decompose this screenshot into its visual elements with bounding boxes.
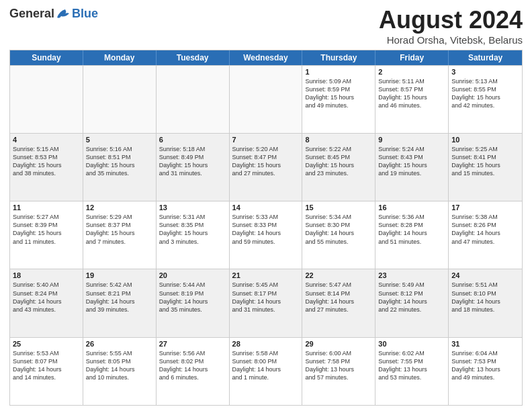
table-row: 24Sunrise: 5:51 AM Sunset: 8:10 PM Dayli…: [449, 269, 522, 336]
logo-blue-text: Blue: [72, 7, 98, 21]
day-number: 23: [378, 271, 445, 279]
table-row: 9Sunrise: 5:24 AM Sunset: 8:43 PM Daylig…: [375, 134, 449, 201]
day-number: 10: [451, 136, 519, 144]
page: General Blue August 2024 Horad Orsha, Vi…: [0, 0, 532, 411]
table-row: 28Sunrise: 5:58 AM Sunset: 8:00 PM Dayli…: [230, 338, 303, 405]
day-detail: Sunrise: 5:40 AM Sunset: 8:24 PM Dayligh…: [13, 281, 80, 314]
day-number: 1: [305, 68, 372, 76]
table-row: [230, 66, 303, 133]
table-row: 12Sunrise: 5:29 AM Sunset: 8:37 PM Dayli…: [83, 201, 157, 269]
logo: General Blue: [9, 7, 98, 21]
calendar-body: 1Sunrise: 5:09 AM Sunset: 8:59 PM Daylig…: [10, 65, 522, 405]
day-detail: Sunrise: 5:34 AM Sunset: 8:30 PM Dayligh…: [305, 213, 372, 246]
day-detail: Sunrise: 5:58 AM Sunset: 8:00 PM Dayligh…: [232, 349, 300, 382]
table-row: 5Sunrise: 5:16 AM Sunset: 8:51 PM Daylig…: [83, 134, 157, 201]
week-row-5: 25Sunrise: 5:53 AM Sunset: 8:07 PM Dayli…: [10, 337, 522, 405]
day-number: 18: [13, 271, 80, 279]
day-detail: Sunrise: 5:42 AM Sunset: 8:21 PM Dayligh…: [86, 281, 153, 314]
day-number: 3: [451, 68, 519, 76]
table-row: 3Sunrise: 5:13 AM Sunset: 8:55 PM Daylig…: [449, 66, 522, 133]
header: General Blue August 2024 Horad Orsha, Vi…: [9, 7, 523, 46]
header-sunday: Sunday: [10, 50, 83, 65]
day-detail: Sunrise: 6:04 AM Sunset: 7:53 PM Dayligh…: [451, 349, 519, 382]
header-monday: Monday: [83, 50, 157, 65]
day-detail: Sunrise: 6:02 AM Sunset: 7:55 PM Dayligh…: [378, 349, 445, 382]
title-location: Horad Orsha, Vitebsk, Belarus: [379, 34, 523, 46]
day-number: 28: [232, 340, 300, 348]
week-row-2: 4Sunrise: 5:15 AM Sunset: 8:53 PM Daylig…: [10, 133, 522, 201]
table-row: 6Sunrise: 5:18 AM Sunset: 8:49 PM Daylig…: [157, 134, 230, 201]
day-number: 21: [232, 271, 300, 279]
table-row: 19Sunrise: 5:42 AM Sunset: 8:21 PM Dayli…: [83, 269, 157, 336]
table-row: 21Sunrise: 5:45 AM Sunset: 8:17 PM Dayli…: [230, 269, 303, 336]
day-detail: Sunrise: 5:29 AM Sunset: 8:37 PM Dayligh…: [86, 213, 153, 246]
day-detail: Sunrise: 5:31 AM Sunset: 8:35 PM Dayligh…: [159, 213, 226, 246]
table-row: 11Sunrise: 5:27 AM Sunset: 8:39 PM Dayli…: [10, 201, 83, 269]
day-number: 27: [159, 340, 226, 348]
day-number: 9: [378, 136, 445, 144]
title-month: August 2024: [379, 7, 523, 34]
day-detail: Sunrise: 5:44 AM Sunset: 8:19 PM Dayligh…: [159, 281, 226, 314]
day-number: 22: [305, 271, 372, 279]
day-number: 12: [86, 203, 153, 212]
day-number: 2: [378, 68, 445, 76]
table-row: 26Sunrise: 5:55 AM Sunset: 8:05 PM Dayli…: [83, 338, 157, 405]
day-detail: Sunrise: 5:36 AM Sunset: 8:28 PM Dayligh…: [378, 213, 445, 246]
week-row-4: 18Sunrise: 5:40 AM Sunset: 8:24 PM Dayli…: [10, 269, 522, 336]
table-row: 25Sunrise: 5:53 AM Sunset: 8:07 PM Dayli…: [10, 338, 83, 405]
table-row: 22Sunrise: 5:47 AM Sunset: 8:14 PM Dayli…: [302, 269, 375, 336]
day-detail: Sunrise: 5:09 AM Sunset: 8:59 PM Dayligh…: [305, 77, 372, 110]
header-tuesday: Tuesday: [157, 50, 230, 65]
day-detail: Sunrise: 6:00 AM Sunset: 7:58 PM Dayligh…: [305, 349, 372, 382]
header-thursday: Thursday: [302, 50, 375, 65]
table-row: 10Sunrise: 5:25 AM Sunset: 8:41 PM Dayli…: [449, 134, 522, 201]
day-detail: Sunrise: 5:53 AM Sunset: 8:07 PM Dayligh…: [13, 349, 80, 382]
day-number: 30: [378, 340, 445, 348]
day-number: 24: [451, 271, 519, 279]
table-row: 16Sunrise: 5:36 AM Sunset: 8:28 PM Dayli…: [375, 201, 449, 269]
day-detail: Sunrise: 5:56 AM Sunset: 8:02 PM Dayligh…: [159, 349, 226, 382]
table-row: [10, 66, 83, 133]
day-number: 16: [378, 203, 445, 212]
day-detail: Sunrise: 5:55 AM Sunset: 8:05 PM Dayligh…: [86, 349, 153, 382]
day-detail: Sunrise: 5:13 AM Sunset: 8:55 PM Dayligh…: [451, 77, 519, 110]
day-detail: Sunrise: 5:22 AM Sunset: 8:45 PM Dayligh…: [305, 145, 372, 178]
week-row-1: 1Sunrise: 5:09 AM Sunset: 8:59 PM Daylig…: [10, 65, 522, 133]
day-number: 6: [159, 136, 226, 144]
day-detail: Sunrise: 5:51 AM Sunset: 8:10 PM Dayligh…: [451, 281, 519, 314]
day-number: 7: [232, 136, 300, 144]
day-number: 14: [232, 203, 300, 212]
table-row: 29Sunrise: 6:00 AM Sunset: 7:58 PM Dayli…: [302, 338, 375, 405]
day-detail: Sunrise: 5:25 AM Sunset: 8:41 PM Dayligh…: [451, 145, 519, 178]
day-detail: Sunrise: 5:20 AM Sunset: 8:47 PM Dayligh…: [232, 145, 300, 178]
day-number: 25: [13, 340, 80, 348]
table-row: 20Sunrise: 5:44 AM Sunset: 8:19 PM Dayli…: [157, 269, 230, 336]
calendar-header: Sunday Monday Tuesday Wednesday Thursday…: [10, 50, 522, 65]
logo-general-text: General: [9, 7, 54, 21]
table-row: 7Sunrise: 5:20 AM Sunset: 8:47 PM Daylig…: [230, 134, 303, 201]
calendar: Sunday Monday Tuesday Wednesday Thursday…: [9, 50, 523, 406]
day-detail: Sunrise: 5:38 AM Sunset: 8:26 PM Dayligh…: [451, 213, 519, 246]
table-row: 1Sunrise: 5:09 AM Sunset: 8:59 PM Daylig…: [302, 66, 375, 133]
table-row: 30Sunrise: 6:02 AM Sunset: 7:55 PM Dayli…: [375, 338, 449, 405]
day-number: 20: [159, 271, 226, 279]
day-number: 13: [159, 203, 226, 212]
table-row: [157, 66, 230, 133]
table-row: 18Sunrise: 5:40 AM Sunset: 8:24 PM Dayli…: [10, 269, 83, 336]
table-row: 15Sunrise: 5:34 AM Sunset: 8:30 PM Dayli…: [302, 201, 375, 269]
day-number: 5: [86, 136, 153, 144]
header-saturday: Saturday: [449, 50, 522, 65]
logo-bird-icon: [56, 8, 71, 20]
table-row: 31Sunrise: 6:04 AM Sunset: 7:53 PM Dayli…: [449, 338, 522, 405]
day-detail: Sunrise: 5:16 AM Sunset: 8:51 PM Dayligh…: [86, 145, 153, 178]
table-row: 27Sunrise: 5:56 AM Sunset: 8:02 PM Dayli…: [157, 338, 230, 405]
day-number: 17: [451, 203, 519, 212]
day-number: 4: [13, 136, 80, 144]
header-friday: Friday: [375, 50, 449, 65]
table-row: 4Sunrise: 5:15 AM Sunset: 8:53 PM Daylig…: [10, 134, 83, 201]
day-detail: Sunrise: 5:45 AM Sunset: 8:17 PM Dayligh…: [232, 281, 300, 314]
day-detail: Sunrise: 5:18 AM Sunset: 8:49 PM Dayligh…: [159, 145, 226, 178]
day-detail: Sunrise: 5:47 AM Sunset: 8:14 PM Dayligh…: [305, 281, 372, 314]
day-detail: Sunrise: 5:15 AM Sunset: 8:53 PM Dayligh…: [13, 145, 80, 178]
table-row: [83, 66, 157, 133]
